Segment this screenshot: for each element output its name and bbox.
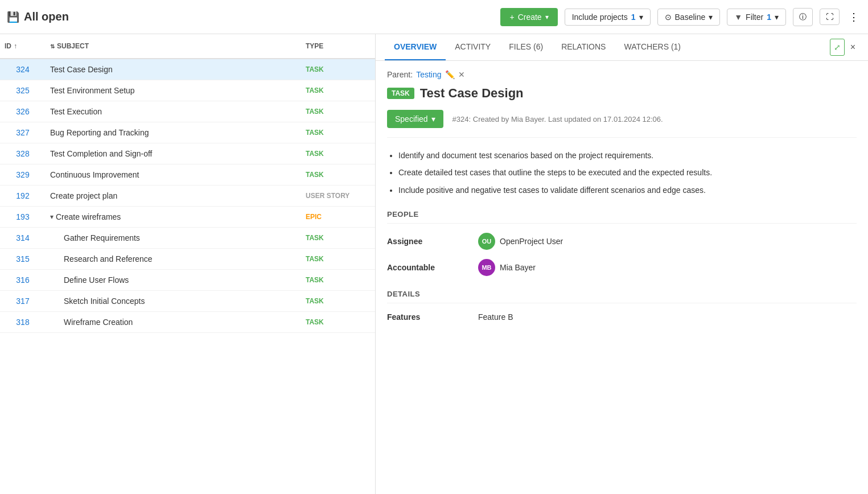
col-subject-label: SUBJECT <box>57 42 89 50</box>
task-name: Test Case Design <box>420 86 524 101</box>
tab-actions: ⤢ × <box>830 39 859 56</box>
cell-type: TASK <box>301 270 375 290</box>
create-button[interactable]: + Create ▾ <box>500 8 557 26</box>
table-row[interactable]: 315Research and ReferenceTASK <box>0 249 375 270</box>
detail-tabs: OVERVIEW ACTIVITY FILES (6) RELATIONS WA… <box>376 34 868 61</box>
subject-text: Bug Reporting and Tracking <box>50 128 149 137</box>
cell-type: TASK <box>301 249 375 269</box>
assignee-row: Assignee OU OpenProject User <box>387 233 857 250</box>
detail-panel: OVERVIEW ACTIVITY FILES (6) RELATIONS WA… <box>376 34 868 494</box>
col-header-id[interactable]: ID ↑ <box>0 40 46 52</box>
filter-badge: 1 <box>767 13 771 22</box>
status-chevron-icon: ▾ <box>431 114 435 124</box>
col-type-label: TYPE <box>306 42 323 50</box>
status-meta: #324: Created by Mia Bayer. Last updated… <box>452 115 663 124</box>
table-row[interactable]: 317Sketch Initial ConceptsTASK <box>0 291 375 312</box>
expand-icon: ⛶ <box>826 13 833 21</box>
col-header-subject[interactable]: ⇅ SUBJECT <box>46 40 301 52</box>
info-button[interactable]: ⓘ <box>793 8 813 26</box>
table-row[interactable]: 327Bug Reporting and TrackingTASK <box>0 122 375 143</box>
col-id-label: ID <box>5 42 11 50</box>
status-row: Specified ▾ #324: Created by Mia Bayer. … <box>387 110 857 138</box>
tab-files[interactable]: FILES (6) <box>500 34 552 60</box>
features-row: Features Feature B <box>387 312 857 322</box>
baseline-control[interactable]: ⊙ Baseline ▾ <box>657 9 721 26</box>
cell-id: 314 <box>0 228 46 248</box>
tab-overview[interactable]: OVERVIEW <box>385 34 446 60</box>
features-label: Features <box>387 312 478 322</box>
page-title-text: All open <box>24 10 69 23</box>
col-subject-filter-icon: ⇅ <box>50 43 55 50</box>
detail-expand-button[interactable]: ⤢ <box>830 39 845 56</box>
cell-subject: Bug Reporting and Tracking <box>46 122 301 143</box>
status-button[interactable]: Specified ▾ <box>387 110 443 128</box>
cell-type: USER STORY <box>301 186 375 206</box>
parent-link[interactable]: Testing <box>416 70 441 79</box>
cell-id: 327 <box>0 122 46 143</box>
accountable-name: Mia Bayer <box>500 263 536 272</box>
info-icon: ⓘ <box>799 13 807 21</box>
cell-id: 326 <box>0 101 46 122</box>
baseline-label: Baseline <box>675 13 706 22</box>
cell-subject: Define User Flows <box>46 270 301 290</box>
tab-watchers[interactable]: WATCHERS (1) <box>615 34 690 60</box>
cell-subject: Test Completion and Sign-off <box>46 143 301 164</box>
filter-control[interactable]: ▼ Filter 1 ▾ <box>727 9 786 26</box>
table-row[interactable]: 193▾Create wireframesEPIC <box>0 207 375 228</box>
table-row[interactable]: 325Test Environment SetupTASK <box>0 80 375 101</box>
detail-close-button[interactable]: × <box>847 39 859 56</box>
tab-activity[interactable]: ACTIVITY <box>446 34 500 60</box>
more-icon: ⋮ <box>849 11 859 23</box>
expand-button[interactable]: ⛶ <box>820 9 840 25</box>
baseline-chevron-icon: ▾ <box>709 13 713 22</box>
cell-type: TASK <box>301 312 375 332</box>
table-row[interactable]: 318Wireframe CreationTASK <box>0 312 375 333</box>
table-row[interactable]: 314Gather RequirementsTASK <box>0 228 375 249</box>
accountable-row: Accountable MB Mia Bayer <box>387 259 857 276</box>
accountable-label: Accountable <box>387 263 478 272</box>
table-row[interactable]: 324Test Case DesignTASK <box>0 59 375 80</box>
cell-subject: ▾Create wireframes <box>46 207 301 227</box>
table-row[interactable]: 192Create project planUSER STORY <box>0 186 375 207</box>
include-projects-chevron-icon: ▾ <box>639 13 643 22</box>
subject-text: Test Case Design <box>50 65 113 74</box>
cell-type: TASK <box>301 164 375 185</box>
table-row[interactable]: 329Continuous ImprovementTASK <box>0 164 375 186</box>
col-header-type[interactable]: TYPE <box>301 40 375 52</box>
cell-type: TASK <box>301 228 375 248</box>
table-row[interactable]: 326Test ExecutionTASK <box>0 101 375 122</box>
subject-text: Test Execution <box>50 107 102 116</box>
accountable-avatar: MB <box>478 259 495 276</box>
include-projects-badge: 1 <box>631 13 636 22</box>
cell-id: 318 <box>0 312 46 332</box>
tab-relations[interactable]: RELATIONS <box>552 34 615 60</box>
description-item-3: Include positive and negative test cases… <box>398 184 857 196</box>
include-projects-control[interactable]: Include projects 1 ▾ <box>565 9 651 26</box>
subject-text: Test Environment Setup <box>50 86 135 95</box>
app-header: 💾 All open + Create ▾ Include projects 1… <box>0 0 868 34</box>
cell-id: 328 <box>0 143 46 164</box>
cell-subject: Test Environment Setup <box>46 80 301 101</box>
cell-subject: Continuous Improvement <box>46 164 301 185</box>
table-header: ID ↑ ⇅ SUBJECT TYPE <box>0 34 375 59</box>
assignee-value: OU OpenProject User <box>478 233 563 250</box>
details-section: DETAILS Features Feature B <box>387 290 857 322</box>
cell-id: 193 <box>0 207 46 227</box>
parent-remove-icon[interactable]: ✕ <box>458 70 465 79</box>
cell-type: EPIC <box>301 207 375 227</box>
parent-edit-icon[interactable]: ✏️ <box>445 70 455 79</box>
table-row[interactable]: 316Define User FlowsTASK <box>0 270 375 291</box>
cell-id: 324 <box>0 59 46 80</box>
subject-text: Continuous Improvement <box>50 170 139 179</box>
cell-subject: Sketch Initial Concepts <box>46 291 301 311</box>
subject-text: Sketch Initial Concepts <box>64 297 145 306</box>
cell-type: TASK <box>301 101 375 122</box>
cell-id: 316 <box>0 270 46 290</box>
create-chevron-icon: ▾ <box>545 13 549 21</box>
more-options-button[interactable]: ⋮ <box>846 7 861 27</box>
table-row[interactable]: 328Test Completion and Sign-offTASK <box>0 143 375 164</box>
filter-label: Filter <box>746 13 763 22</box>
col-id-sort-icon: ↑ <box>14 42 17 50</box>
task-description: Identify and document test scenarios bas… <box>387 149 857 196</box>
subject-text: Create project plan <box>50 191 117 200</box>
